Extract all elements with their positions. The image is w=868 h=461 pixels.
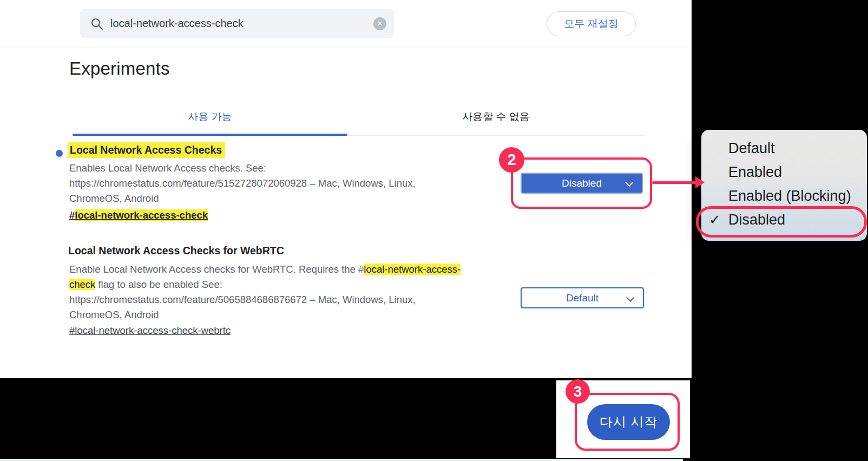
flag1-link-prefix: # bbox=[69, 209, 75, 221]
flag2-desc-line3: https://chromestatus.com/feature/5065884… bbox=[69, 292, 461, 307]
flag1-description: Enables Local Network Access checks. See… bbox=[69, 161, 416, 206]
arrow-right-icon bbox=[652, 181, 698, 184]
flag-bullet-dot bbox=[56, 150, 63, 157]
flag2-desc-highlight2: check bbox=[69, 279, 95, 290]
tab-unavailable[interactable]: 사용할 수 없음 bbox=[347, 106, 645, 128]
flag2-title: Local Network Access Checks for WebRTC bbox=[68, 245, 284, 257]
screenshot-canvas: local-network-access-check ✕ 모두 재설정 Expe… bbox=[0, 0, 868, 461]
step3-highlight-box bbox=[575, 393, 680, 451]
step3-badge: 3 bbox=[565, 379, 590, 404]
flag2-desc-line4: ChromeOS, Android bbox=[69, 307, 461, 322]
flag2-desc-line1: Enable Local Network Access checks for W… bbox=[69, 262, 461, 277]
page-title: Experiments bbox=[69, 58, 170, 79]
arrow-right-icon-head bbox=[695, 176, 705, 188]
flag2-desc-highlight1: local-network-access- bbox=[364, 264, 461, 275]
clear-search-icon[interactable]: ✕ bbox=[373, 17, 386, 30]
active-tab-indicator bbox=[73, 134, 347, 136]
flag2-setting-select[interactable]: Default bbox=[521, 287, 644, 308]
flag2-anchor-link[interactable]: #local-network-access-check-webrtc bbox=[69, 325, 231, 337]
flag1-desc-line2: https://chromestatus.com/feature/5152728… bbox=[69, 176, 416, 191]
flag1-desc-line3: ChromeOS, Android bbox=[69, 191, 416, 206]
flag1-link-highlight: local-network-access-check bbox=[75, 209, 208, 221]
tab-available[interactable]: 사용 가능 bbox=[73, 106, 347, 128]
search-icon bbox=[90, 17, 104, 31]
menu-item-default[interactable]: Default bbox=[701, 136, 867, 160]
flag2-description: Enable Local Network Access checks for W… bbox=[69, 262, 461, 322]
bottom-edge-strip bbox=[0, 459, 683, 461]
menu-disabled-highlight-box bbox=[696, 206, 867, 238]
flag2-desc-line2: check flag to also be enabled See: bbox=[69, 277, 461, 292]
search-input[interactable]: local-network-access-check ✕ bbox=[80, 9, 394, 38]
menu-item-enabled[interactable]: Enabled bbox=[701, 160, 867, 184]
flag2-select-value: Default bbox=[566, 292, 599, 304]
step2-badge: 2 bbox=[499, 147, 524, 173]
flag1-title-highlight: Local Network Access Checks bbox=[68, 142, 225, 158]
step2-highlight-box bbox=[511, 157, 652, 209]
flag1-title: Local Network Access Checks bbox=[68, 144, 225, 156]
menu-item-enabled-blocking[interactable]: Enabled (Blocking) bbox=[701, 184, 867, 208]
header-divider bbox=[0, 48, 692, 48]
reset-all-button[interactable]: 모두 재설정 bbox=[547, 11, 636, 36]
chevron-down-icon bbox=[626, 294, 634, 302]
flag1-anchor-link[interactable]: #local-network-access-check bbox=[69, 209, 208, 221]
flag1-desc-line1: Enables Local Network Access checks. See… bbox=[69, 161, 416, 176]
search-input-value: local-network-access-check bbox=[110, 9, 244, 38]
